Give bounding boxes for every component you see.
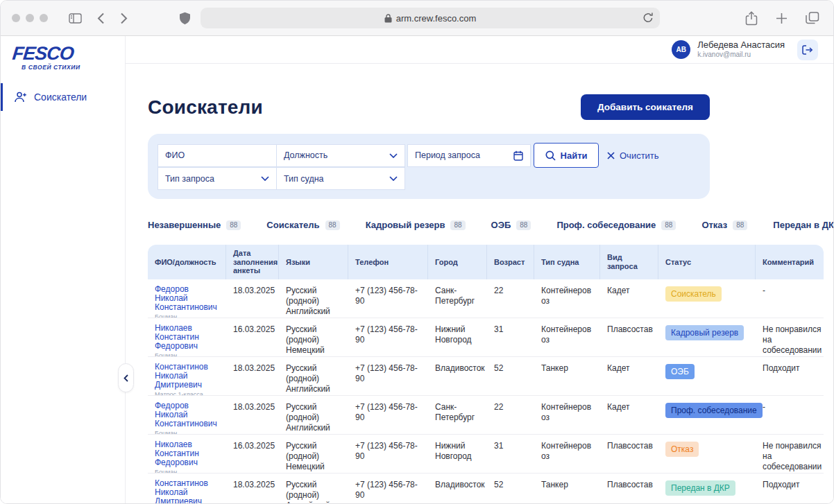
tab-overview-icon[interactable] xyxy=(803,9,822,27)
share-icon[interactable] xyxy=(742,8,760,28)
page-title: Соискатели xyxy=(148,96,263,119)
tab-count-badge: 88 xyxy=(325,220,340,230)
table-row: Федоров Николай Константинович Боцман 18… xyxy=(148,396,824,435)
tab[interactable]: Отказ 88 xyxy=(701,220,747,240)
search-icon xyxy=(545,150,556,161)
cell-phone: +7 (123) 456-78-90 xyxy=(348,357,428,396)
column-header: Возраст xyxy=(487,245,534,279)
cell-city: Нижний Новгород xyxy=(428,318,487,357)
applicant-name-link[interactable]: Федоров Николай Константинович xyxy=(155,285,219,312)
cell-request: Кадет xyxy=(600,279,658,318)
logout-button[interactable] xyxy=(797,40,818,60)
user-name: Лебедева Анастасия xyxy=(697,40,785,51)
filter-panel: ФИО Должность Период запроса xyxy=(148,134,710,199)
status-badge: Кадровый резерв xyxy=(665,325,744,340)
url-text: arm.crew.fesco.com xyxy=(396,13,477,24)
cell-languages: Русский (родной) Английский xyxy=(279,473,348,504)
tab[interactable]: Передан в ДКР 88 xyxy=(773,220,833,240)
cell-vessel: Контейнеровоз xyxy=(534,279,600,318)
table-row: Константинов Николай Дмитриевич Матрос 1… xyxy=(148,473,824,504)
cell-age: 22 xyxy=(487,396,534,435)
cell-phone: +7 (123) 456-78-90 xyxy=(348,435,428,473)
cell-phone: +7 (123) 456-78-90 xyxy=(348,473,428,504)
column-header: Телефон xyxy=(348,245,428,279)
table-header: ФИО/должностьДата заполнения анкетыЯзыки… xyxy=(148,245,824,279)
status-badge: Передан в ДКР xyxy=(665,480,735,496)
search-button[interactable]: Найти xyxy=(534,143,599,168)
minimize-window-button[interactable] xyxy=(26,14,34,22)
cell-name: Федоров Николай Константинович Боцман xyxy=(148,279,226,318)
cell-age: 22 xyxy=(487,279,534,318)
new-tab-icon[interactable] xyxy=(773,10,790,27)
status-badge: Отказ xyxy=(665,442,699,457)
cell-status: Проф. собеседование xyxy=(658,396,756,435)
window-controls[interactable] xyxy=(12,14,48,22)
tab[interactable]: Кадровый резерв 88 xyxy=(366,220,466,240)
sidebar-item-applicants[interactable]: Соискатели xyxy=(1,83,125,111)
sidebar: FESCO В СВОЕЙ СТИХИИ Соискатели xyxy=(1,36,126,504)
applicant-name-link[interactable]: Николаев Константин Федорович xyxy=(155,440,219,467)
tab-count-badge: 88 xyxy=(733,220,747,230)
tab[interactable]: ОЭБ 88 xyxy=(491,220,531,240)
reload-icon[interactable] xyxy=(642,12,654,24)
table-row: Николаев Константин Федорович Боцман 16.… xyxy=(148,318,824,357)
cell-languages: Русский (родной) Английский xyxy=(279,357,348,396)
cell-vessel: Контейнеровоз xyxy=(534,396,600,435)
cell-request: Плавсостав xyxy=(600,473,658,504)
browser-chrome: arm.crew.fesco.com xyxy=(1,1,833,36)
zoom-window-button[interactable] xyxy=(40,14,48,22)
close-window-button[interactable] xyxy=(12,14,20,22)
tab[interactable]: Соискатель 88 xyxy=(266,220,339,240)
chevron-down-icon xyxy=(389,176,398,181)
tab-count-badge: 88 xyxy=(516,220,531,230)
fio-input[interactable]: ФИО xyxy=(158,144,277,167)
request-type-select[interactable]: Тип запроса xyxy=(158,167,277,190)
privacy-shield-icon[interactable] xyxy=(176,9,194,28)
clear-button[interactable]: Очистить xyxy=(607,150,659,161)
cell-languages: Русский (родной) Немецкий xyxy=(279,435,348,473)
cell-date: 18.03.2025 xyxy=(226,473,279,504)
applicants-table: ФИО/должностьДата заполнения анкетыЯзыки… xyxy=(148,245,824,504)
avatar[interactable]: АВ xyxy=(672,40,690,59)
column-header: Статус xyxy=(658,245,756,279)
applicant-name-link[interactable]: Федоров Николай Константинович xyxy=(155,401,219,428)
cell-name: Николаев Константин Федорович Боцман xyxy=(148,318,226,357)
column-header: Город xyxy=(428,245,487,279)
applicant-position: Боцман xyxy=(155,313,219,318)
back-button[interactable] xyxy=(94,10,108,27)
table-body: Федоров Николай Константинович Боцман 18… xyxy=(148,279,824,504)
cell-date: 18.03.2025 xyxy=(226,357,279,396)
column-header: Вид запроса xyxy=(600,245,658,279)
cell-request: Плавсостав xyxy=(600,318,658,357)
sidebar-item-label: Соискатели xyxy=(34,92,87,103)
vessel-type-select[interactable]: Тип судна xyxy=(276,167,405,190)
logout-icon xyxy=(802,45,813,55)
cell-request: Плавсостав xyxy=(600,435,658,473)
cell-comment: Подходит xyxy=(756,357,824,396)
applicant-name-link[interactable]: Николаев Константин Федорович xyxy=(155,324,219,351)
table-row: Николаев Константин Федорович Боцман 16.… xyxy=(148,435,824,473)
forward-button[interactable] xyxy=(117,10,130,27)
tab[interactable]: Незавершенные 88 xyxy=(148,220,241,240)
sidebar-collapse-button[interactable] xyxy=(118,363,134,392)
topbar: АВ Лебедева Анастасия k.ivanov@mail.ru xyxy=(126,36,833,64)
applicant-name-link[interactable]: Константинов Николай Дмитриевич xyxy=(155,479,219,504)
cell-age: 31 xyxy=(487,318,534,357)
browser-window: arm.crew.fesco.com xyxy=(0,0,834,504)
address-bar[interactable]: arm.crew.fesco.com xyxy=(201,8,660,28)
applicant-name-link[interactable]: Константинов Николай Дмитриевич xyxy=(155,363,219,390)
cell-languages: Русский (родной) Английский xyxy=(279,279,348,318)
tab[interactable]: Проф. собеседование 88 xyxy=(556,220,676,240)
cell-comment: Подходит xyxy=(756,473,824,504)
tab-count-badge: 88 xyxy=(450,220,465,230)
position-select[interactable]: Должность xyxy=(276,144,405,167)
applicant-position: Боцман xyxy=(155,430,219,435)
add-applicant-button[interactable]: Добавить соикателя xyxy=(581,94,710,120)
chevron-down-icon xyxy=(261,176,269,181)
sidebar-toggle-icon[interactable] xyxy=(66,10,85,26)
cell-comment: Не понравился на собеседовании xyxy=(756,435,824,473)
cell-status: Соискатель xyxy=(658,279,756,318)
cell-date: 18.03.2025 xyxy=(226,279,279,318)
tab-count-badge: 88 xyxy=(661,220,676,230)
period-input[interactable]: Период запроса xyxy=(407,144,531,167)
